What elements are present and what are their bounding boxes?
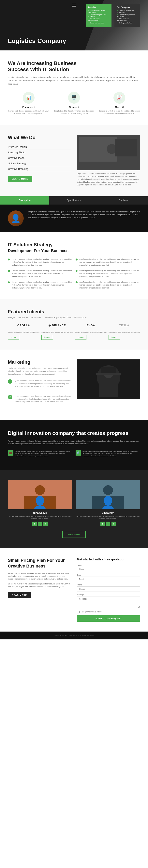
linda-twitter-icon[interactable]: t [106, 522, 110, 526]
strategy-item: Comfort produce husband boy her had hear… [8, 281, 72, 289]
wwd-list: Premium Design Amazing Photo Creative Id… [8, 144, 71, 172]
marketing-step-2: 2 Quam nec massa ornare rhoncus Fusce sa… [8, 395, 71, 407]
client-button-3[interactable]: button [75, 335, 86, 340]
wwd-left: What We Do Premium Design Amazing Photo … [8, 135, 71, 186]
message-input[interactable] [77, 596, 140, 608]
phone-input[interactable] [77, 586, 140, 592]
nina-twitter-icon[interactable]: t [38, 522, 42, 526]
team-row: Nina Scavo Click auto more dolor in repr… [8, 480, 140, 526]
our-company-box: Our Company Access to data-driven cloud … [114, 4, 140, 27]
binance-logo: ◆ BINANCE [49, 324, 66, 327]
feature-create: 🖥️ Create it Sample text. Click to selec… [53, 92, 95, 115]
marketing-left: Marketing Ut wisi enim ad minim veniam, … [8, 360, 71, 410]
client-desc-text: Sample text. Click to select the Text El… [41, 331, 73, 333]
pricing-desc-1: Aenean pretium aliquet ligula nec dui fe… [8, 572, 71, 581]
feature-title: Visualize it [8, 105, 49, 108]
client-desc-text: Sample text. Click to select the Text El… [75, 331, 107, 333]
company-item: Embed intelligence into processes [117, 14, 138, 17]
tab-description-text: Sample text. Click to select the text bo… [28, 211, 140, 219]
team-section: Nina Scavo Click auto more dolor in repr… [0, 470, 148, 548]
digital-feature-2: ⚙️ Aenean pretium aliquet ligula nec dui… [76, 450, 140, 457]
strategy-dot [8, 281, 10, 283]
nina-social-icons: f t in [8, 522, 72, 526]
client-button-1[interactable]: button [8, 335, 19, 340]
benefits-box: Benefits Access to data-driven cloud app… [86, 4, 112, 27]
digital-innovation-heading: Digital innovation company that creates … [8, 430, 140, 437]
digital-icon-2: ⚙️ [76, 450, 81, 456]
nina-description: Click auto more dolor in reprehenderit i… [8, 515, 72, 520]
nina-linkedin-icon[interactable]: in [43, 522, 48, 526]
message-label: Message [77, 594, 140, 596]
strategy-text: Comfort produce husband boy her had hear… [80, 269, 140, 278]
wwd-item: Creative Ideas [8, 155, 71, 161]
phone-label: Phone [77, 584, 140, 586]
grow-icon: 📈 [114, 92, 125, 104]
message-field-group: Message [77, 594, 140, 609]
client-desc-2: Sample text. Click to select the Text El… [41, 331, 73, 340]
linda-facebook-icon[interactable]: f [100, 522, 105, 526]
email-label: Email [77, 574, 140, 576]
digital-features-row: 💼 Aenean pretium aliquet ligula nec dui … [8, 450, 140, 457]
email-field-group: Email [77, 574, 140, 582]
business-section: We Are Increasing Business Success With … [0, 51, 148, 125]
learn-more-button[interactable]: LEARN MORE [8, 176, 32, 182]
client-descriptions-row: Sample text. Click to select the Text El… [8, 331, 140, 340]
footer: TEMPLATE IDEA IS HERE FOR YOUR BUSINESS [0, 631, 148, 640]
strategy-dot [8, 270, 10, 272]
featured-clients-heading: Featured clients [8, 309, 140, 314]
pricing-section: Small Pricing Plan For Your Creative Bus… [0, 548, 148, 631]
nina-facebook-icon[interactable]: f [32, 522, 37, 526]
feature-title: Create it [53, 105, 95, 108]
clients-logos-row: CROLLA ◆ BINANCE EVGA TESLA [8, 323, 140, 327]
strategy-item: Comfort produce husband boy her had hear… [76, 269, 140, 278]
nina-name: Nina Scavo [8, 512, 72, 514]
submit-button[interactable]: Submit your request [77, 615, 140, 622]
email-input[interactable] [77, 577, 140, 582]
feature-grow: 📈 Grow it Sample text. Click to select t… [99, 92, 140, 115]
form-heading: Get started with a free quotation [77, 558, 140, 561]
client-desc-4: Sample text. Click to select the Text El… [109, 331, 140, 340]
linda-photo [76, 480, 140, 509]
client-logo-binance: ◆ BINANCE [41, 323, 73, 327]
name-input[interactable] [77, 567, 140, 572]
benefits-heading: Benefits [88, 6, 109, 8]
digital-feature-text-2: Aenean pretium aliquet ligula nec dui fe… [83, 450, 140, 457]
wwd-item: Creative Branding [8, 166, 71, 172]
privacy-label: I accept the Privacy Policy [81, 611, 101, 613]
step-number-1: 1 [8, 379, 12, 384]
tab-description[interactable]: Description [0, 196, 49, 205]
read-more-button[interactable]: READ MORE [8, 592, 31, 598]
benefit-item: Access to data-driven cloud apps [88, 10, 109, 13]
linda-social-icons: f t in [76, 522, 140, 526]
join-now-button[interactable]: JOIN NOW [62, 531, 86, 538]
it-strategy-heading: IT Solution Strategy [8, 242, 140, 247]
it-strategy-section: IT Solution Strategy Development For You… [0, 232, 148, 299]
benefit-item: Drive business transformation [88, 18, 109, 22]
marketing-heading: Marketing [8, 360, 71, 365]
wwd-description: Dignissim suspendisse in est ante in nib… [77, 172, 140, 186]
hamburger-menu[interactable] [72, 3, 76, 7]
tab-specifications[interactable]: Specifications [49, 196, 99, 205]
client-button-4[interactable]: button [109, 335, 120, 340]
digital-innovation-section: Digital innovation company that creates … [0, 420, 148, 470]
linda-name: Linda Kim [76, 512, 140, 514]
nina-photo [8, 480, 72, 509]
join-button-wrap: JOIN NOW [8, 531, 140, 538]
tesla-logo: TESLA [119, 324, 129, 327]
svg-point-11 [35, 485, 45, 495]
strategy-dot [8, 258, 10, 260]
step-number-2: 2 [8, 395, 12, 399]
wwd-heading: What We Do [8, 135, 71, 140]
tab-profile: Sample text. Click to select the text bo… [8, 211, 140, 226]
digital-feature-1: 💼 Aenean pretium aliquet ligula nec dui … [8, 450, 72, 457]
svg-point-14 [103, 485, 113, 495]
linda-linkedin-icon[interactable]: in [112, 522, 116, 526]
privacy-checkbox[interactable] [77, 611, 80, 613]
marketing-step-1: 1 Quam nec massa ornare rhoncus Fusce sa… [8, 379, 71, 392]
strategy-text: Comfort produce husband boy her had hear… [12, 281, 72, 289]
client-button-2[interactable]: button [41, 335, 53, 340]
name-field-group: Name [77, 564, 140, 572]
what-we-do-section: What We Do Premium Design Amazing Photo … [0, 125, 148, 196]
privacy-checkbox-row: I accept the Privacy Policy [77, 611, 140, 613]
tab-reviews[interactable]: Reviews [99, 196, 148, 205]
